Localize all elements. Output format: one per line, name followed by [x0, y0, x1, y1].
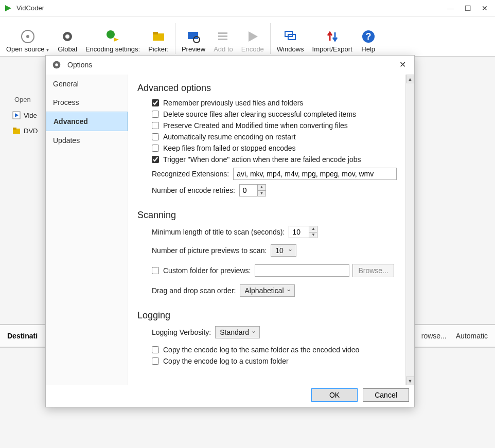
toolbar-encoding-settings[interactable]: Encoding settings: — [81, 28, 144, 54]
toolbar-global[interactable]: Global — [54, 28, 81, 54]
field-label: Drag and drop scan order: — [152, 286, 236, 295]
toolbar-import-export[interactable]: Import/Export — [308, 28, 357, 54]
toolbar-help-label: Help — [361, 45, 375, 53]
retries-spinner[interactable]: ▲▼ — [257, 184, 266, 196]
svg-rect-8 — [153, 32, 158, 34]
checkbox-input[interactable] — [152, 145, 159, 152]
close-icon[interactable]: ✕ — [482, 4, 488, 12]
checkbox-delete-source[interactable]: Delete source files after clearing succe… — [152, 110, 398, 118]
previews-select[interactable]: 10 — [271, 244, 296, 257]
field-label: Number of encode retries: — [152, 186, 235, 194]
toolbar-open-source[interactable]: Open source▼ — [2, 28, 54, 54]
min-length-input[interactable] — [289, 226, 309, 238]
section-advanced-title: Advanced options — [137, 83, 398, 94]
drag-drop-select[interactable]: Alphabetical — [240, 284, 294, 297]
checkbox-remember[interactable]: Remember previously used files and folde… — [152, 99, 398, 107]
browse-button[interactable]: Browse... — [352, 264, 394, 277]
checkbox-input[interactable] — [152, 357, 159, 365]
toolbar-add-to[interactable]: Add to — [209, 28, 237, 54]
retries-input[interactable] — [239, 184, 258, 196]
gear-icon — [60, 29, 75, 44]
toolbar-preview[interactable]: Preview — [178, 28, 209, 54]
toolbar-encode[interactable]: Encode — [237, 28, 268, 54]
checkbox-input[interactable] — [152, 133, 159, 140]
toolbar-picker[interactable]: Picker: — [144, 28, 173, 54]
svg-text:?: ? — [365, 31, 371, 42]
checkbox-input[interactable] — [152, 346, 159, 353]
svg-marker-6 — [114, 38, 119, 42]
svg-rect-9 — [188, 32, 198, 39]
checkbox-trigger-when-done[interactable]: Trigger "When done" action when there ar… — [152, 155, 398, 164]
checkbox-label: Copy the encode log to a custom folder — [163, 357, 289, 365]
custom-folder-input[interactable] — [255, 264, 349, 277]
app-title: VidCoder — [16, 4, 447, 12]
list-item[interactable]: DVD — [12, 127, 38, 135]
field-label: Number of picture previews to scan: — [152, 246, 267, 255]
min-length-spinner[interactable]: ▲▼ — [309, 226, 317, 238]
svg-point-5 — [107, 30, 115, 39]
windows-icon — [282, 29, 298, 44]
scroll-down-icon[interactable]: ▼ — [406, 377, 414, 385]
spinner-down-icon[interactable]: ▼ — [309, 232, 317, 238]
checkbox-label: Remember previously used files and folde… — [163, 99, 303, 107]
sidebar-item-process[interactable]: Process — [46, 93, 128, 112]
section-advanced: Advanced options Remember previously use… — [137, 83, 398, 196]
dest-automatic[interactable]: Automatic — [456, 332, 488, 340]
spinner-down-icon[interactable]: ▼ — [258, 191, 266, 196]
toolbar-encoding-settings-label: Encoding settings: — [85, 45, 140, 53]
spinner-up-icon[interactable]: ▲ — [258, 185, 266, 191]
disc-icon — [20, 29, 36, 44]
list-item-label: Vide — [24, 112, 37, 119]
dialog-scrollbar[interactable]: ▲ ▼ — [405, 75, 414, 385]
recognized-ext-input[interactable] — [233, 168, 397, 180]
list-item-label: DVD — [24, 127, 38, 135]
sidebar-item-updates[interactable]: Updates — [46, 131, 128, 150]
checkbox-copy-custom-folder[interactable]: Copy the encode log to a custom folder — [152, 357, 398, 365]
dialog-close-icon[interactable]: ✕ — [396, 59, 409, 70]
spinner-up-icon[interactable]: ▲ — [309, 226, 317, 232]
field-label: Minimum length of title to scan (seconds… — [152, 228, 285, 236]
verbosity-select[interactable]: Standard — [215, 326, 260, 338]
scroll-up-icon[interactable]: ▲ — [406, 75, 414, 83]
checkbox-input[interactable] — [152, 122, 159, 129]
section-scanning-title: Scanning — [137, 210, 398, 221]
field-previews: Number of picture previews to scan: 10 — [152, 244, 398, 257]
maximize-icon[interactable]: ☐ — [465, 4, 471, 12]
sidebar-item-general[interactable]: General — [46, 75, 128, 93]
checkbox-keep-failed[interactable]: Keep files from failed or stopped encode… — [152, 144, 398, 152]
toolbar-preview-label: Preview — [182, 45, 205, 53]
sidebar-item-advanced[interactable]: Advanced — [46, 112, 128, 131]
list-item[interactable]: Vide — [12, 111, 38, 119]
cancel-button[interactable]: Cancel — [363, 388, 409, 402]
dialog-content: Advanced options Remember previously use… — [128, 75, 405, 385]
minimize-icon[interactable]: — — [447, 4, 454, 12]
ok-button[interactable]: OK — [311, 388, 358, 402]
checkbox-preserve-time[interactable]: Preserve Created and Modified time when … — [152, 121, 398, 130]
field-min-length: Minimum length of title to scan (seconds… — [152, 226, 398, 238]
toolbar-windows-label: Windows — [277, 45, 304, 53]
checkbox-input[interactable] — [152, 111, 159, 118]
toolbar-help[interactable]: ? Help — [357, 28, 380, 54]
dest-browse[interactable]: rowse... — [421, 332, 447, 340]
checkbox-label: Trigger "When done" action when there ar… — [163, 155, 361, 164]
toolbar-windows[interactable]: Windows — [273, 28, 308, 54]
dialog-footer: OK Cancel — [46, 385, 414, 407]
toolbar-global-label: Global — [58, 45, 77, 53]
file-list: Vide DVD — [12, 111, 38, 142]
dialog-body: General Process Advanced Updates Advance… — [46, 75, 414, 385]
checkbox-input[interactable] — [152, 156, 159, 163]
checkbox-label: Delete source files after clearing succe… — [163, 110, 356, 118]
toolbar-separator — [270, 23, 271, 54]
checkbox-input[interactable] — [152, 267, 159, 274]
svg-rect-11 — [218, 32, 227, 34]
checkbox-auto-resume[interactable]: Automatically resume encoding on restart — [152, 133, 398, 141]
options-dialog: Options ✕ General Process Advanced Updat… — [45, 55, 415, 407]
import-export-icon — [325, 29, 340, 44]
svg-marker-0 — [5, 5, 11, 11]
section-scanning: Scanning Minimum length of title to scan… — [137, 210, 398, 297]
svg-point-2 — [26, 35, 29, 38]
checkbox-input[interactable] — [152, 99, 159, 106]
dvd-folder-icon — [12, 127, 21, 135]
checkbox-copy-same-folder[interactable]: Copy the encode log to the same folder a… — [152, 346, 398, 354]
settings-play-icon — [105, 29, 120, 44]
